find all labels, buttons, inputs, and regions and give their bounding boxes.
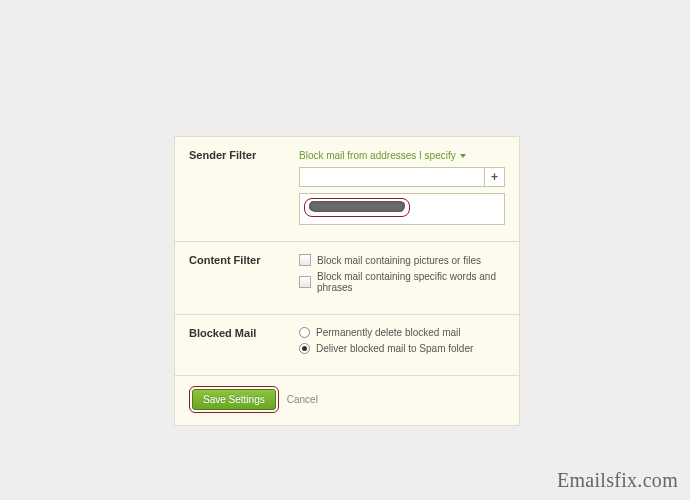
blocked-mail-section: Blocked Mail Permanently delete blocked … [175,315,519,376]
save-highlight: Save Settings [189,386,279,413]
blocked-mail-content: Permanently delete blocked mail Deliver … [299,327,505,359]
panel-footer: Save Settings Cancel [175,376,519,425]
content-filter-content: Block mail containing pictures or files … [299,254,505,298]
block-words-row: Block mail containing specific words and… [299,271,505,293]
address-input[interactable] [299,167,485,187]
blocked-address-list[interactable] [299,193,505,225]
content-filter-section: Content Filter Block mail containing pic… [175,242,519,315]
spam-blocked-radio[interactable] [299,343,310,354]
block-pictures-label: Block mail containing pictures or files [317,255,481,266]
save-button[interactable]: Save Settings [192,389,276,410]
spam-blocked-label: Deliver blocked mail to Spam folder [316,343,473,354]
redacted-text [309,201,405,212]
block-words-label: Block mail containing specific words and… [317,271,505,293]
sender-filter-label: Sender Filter [189,149,299,225]
plus-icon: + [491,170,498,184]
watermark-text: Emailsfix.com [557,469,678,492]
block-words-checkbox[interactable] [299,276,311,288]
sender-filter-content: Block mail from addresses I specify + [299,149,505,225]
blocked-mail-label: Blocked Mail [189,327,299,359]
chevron-down-icon [460,154,466,158]
block-pictures-row: Block mail containing pictures or files [299,254,505,266]
delete-blocked-label: Permanently delete blocked mail [316,327,461,338]
spam-blocked-row: Deliver blocked mail to Spam folder [299,343,505,354]
cancel-link[interactable]: Cancel [287,394,318,405]
delete-blocked-radio[interactable] [299,327,310,338]
block-pictures-checkbox[interactable] [299,254,311,266]
content-filter-label: Content Filter [189,254,299,298]
sender-filter-section: Sender Filter Block mail from addresses … [175,137,519,242]
delete-blocked-row: Permanently delete blocked mail [299,327,505,338]
address-input-row: + [299,167,505,187]
add-address-button[interactable]: + [485,167,505,187]
blocked-address-item[interactable] [304,198,410,217]
settings-panel: Sender Filter Block mail from addresses … [174,136,520,426]
sender-filter-dropdown[interactable]: Block mail from addresses I specify [299,150,466,161]
sender-filter-dropdown-text: Block mail from addresses I specify [299,150,456,161]
